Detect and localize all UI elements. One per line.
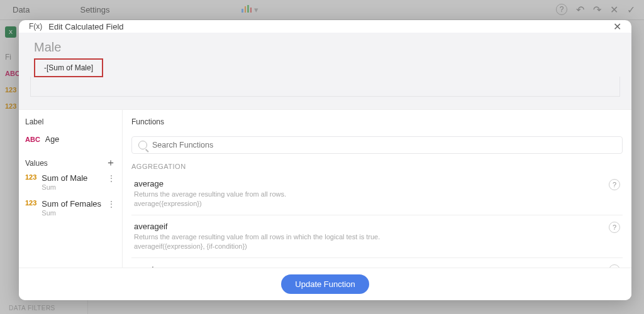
- modal-footer: Update Function: [19, 268, 631, 300]
- function-desc: Returns the average resulting value from…: [134, 190, 602, 208]
- value-aggregation: Sum: [42, 183, 87, 192]
- formula-editor-area[interactable]: [30, 77, 620, 97]
- function-name: averageif: [134, 222, 602, 231]
- search-icon: [138, 141, 147, 149]
- function-help-icon[interactable]: ?: [609, 222, 620, 233]
- value-aggregation: Sum: [42, 209, 101, 217]
- add-value-button[interactable]: ＋: [106, 156, 116, 170]
- label-field-age[interactable]: ABC Age: [25, 133, 116, 146]
- formula-input[interactable]: -[Sum of Male]: [34, 58, 103, 77]
- value-name: Sum of Male: [42, 173, 87, 183]
- values-header: Values: [25, 159, 48, 168]
- number-type-icon: 123: [25, 173, 36, 181]
- search-input[interactable]: [152, 141, 616, 149]
- function-search[interactable]: [131, 136, 623, 154]
- modal-header: F(x) Edit Calculated Field ✕: [19, 20, 631, 33]
- modal-title: Edit Calculated Field: [48, 22, 123, 31]
- value-sum-of-females[interactable]: 123 Sum of Females Sum ⋮: [25, 195, 116, 221]
- modal-close-icon[interactable]: ✕: [613, 21, 621, 33]
- function-category: AGGREGATION: [131, 163, 623, 170]
- function-averageif[interactable]: averageif Returns the average resulting …: [131, 215, 623, 257]
- function-name: average: [134, 179, 602, 188]
- value-menu-icon[interactable]: ⋮: [107, 173, 116, 183]
- field-name[interactable]: Male: [34, 40, 620, 55]
- functions-header: Functions: [131, 117, 623, 126]
- fx-icon: F(x): [29, 22, 42, 31]
- function-desc: Returns the average resulting value from…: [134, 232, 602, 251]
- value-menu-icon[interactable]: ⋮: [107, 199, 116, 209]
- function-help-icon[interactable]: ?: [609, 179, 620, 190]
- function-count[interactable]: count Returns the number of rows. count(…: [131, 257, 623, 268]
- values-header-row: Values ＋: [25, 156, 116, 170]
- function-list: average Returns the average resulting va…: [131, 173, 623, 268]
- functions-panel: Functions AGGREGATION average Returns th…: [123, 110, 631, 268]
- formula-area: Male -[Sum of Male]: [19, 33, 631, 109]
- text-type-icon: ABC: [25, 136, 40, 143]
- label-header: Label: [25, 117, 116, 126]
- calculated-field-modal: F(x) Edit Calculated Field ✕ Male -[Sum …: [19, 20, 631, 300]
- fields-panel: Label ABC Age Values ＋ 123 Sum of Male S…: [19, 110, 123, 268]
- value-sum-of-male[interactable]: 123 Sum of Male Sum ⋮: [25, 170, 116, 195]
- function-average[interactable]: average Returns the average resulting va…: [131, 173, 623, 215]
- label-name: Age: [45, 135, 59, 144]
- update-function-button[interactable]: Update Function: [281, 274, 369, 294]
- number-type-icon: 123: [25, 199, 36, 207]
- value-name: Sum of Females: [42, 199, 101, 209]
